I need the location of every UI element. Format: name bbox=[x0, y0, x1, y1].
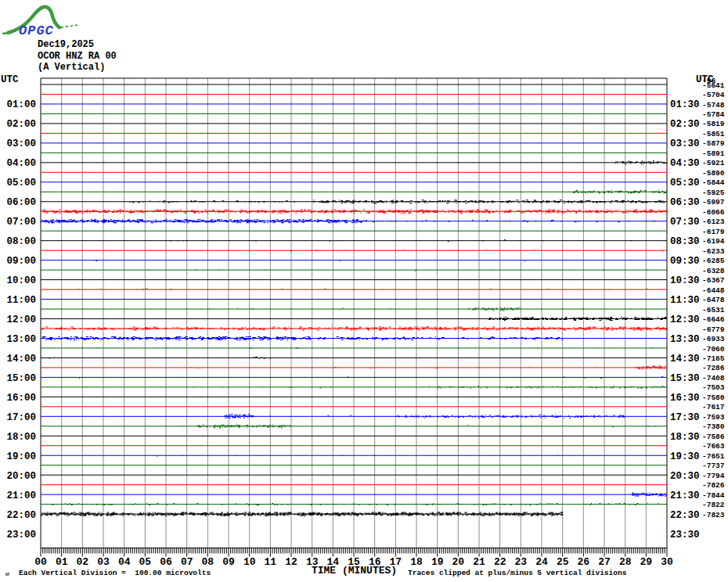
time-label-right: 08:30 bbox=[670, 236, 700, 247]
time-label-right: 12:30 bbox=[670, 314, 700, 325]
minute-label: 07 bbox=[181, 556, 193, 568]
offset-value-overlap: -96 bbox=[702, 77, 715, 85]
offset-value: -6194 bbox=[702, 237, 725, 246]
time-label-right: 23:30 bbox=[670, 530, 700, 541]
minute-label: 22 bbox=[494, 556, 506, 568]
minute-label: 21 bbox=[473, 556, 485, 568]
offset-value: -7060 bbox=[702, 345, 725, 354]
offset-value: -5890 bbox=[702, 169, 725, 178]
offset-value: -7663 bbox=[702, 442, 725, 451]
offset-value: -7580 bbox=[702, 393, 725, 402]
grid-lines bbox=[62, 78, 647, 548]
time-label-left: 18:00 bbox=[6, 432, 36, 443]
right-time-labels: 01:3002:3003:3004:3005:3006:3007:3008:30… bbox=[670, 99, 700, 540]
minute-label: 18 bbox=[410, 556, 423, 568]
time-label-left: 15:00 bbox=[6, 373, 36, 384]
time-label-left: 05:00 bbox=[6, 178, 36, 189]
offset-value: -7737 bbox=[702, 462, 725, 470]
time-label-left: 10:00 bbox=[6, 275, 36, 286]
time-label-left: 03:00 bbox=[6, 138, 36, 149]
time-label-left: 09:00 bbox=[6, 256, 36, 267]
helicorder-page: { "logo": { "text": "OPGC", "green": "#3… bbox=[0, 0, 728, 582]
minute-label: 06 bbox=[160, 556, 172, 568]
time-label-right: 14:30 bbox=[670, 354, 700, 365]
time-label-left: 12:00 bbox=[6, 314, 36, 325]
offset-value: -5819 bbox=[702, 120, 725, 128]
time-label-right: 03:30 bbox=[670, 138, 700, 149]
offset-value: -5925 bbox=[702, 189, 725, 197]
minute-label: 04 bbox=[118, 556, 131, 568]
offset-value: -6123 bbox=[702, 217, 725, 226]
minute-label: 29 bbox=[640, 556, 652, 568]
time-label-left: 22:00 bbox=[6, 510, 36, 521]
offset-value: -7408 bbox=[702, 374, 725, 383]
time-label-left: 19:00 bbox=[6, 451, 36, 462]
time-label-left: 23:00 bbox=[6, 530, 36, 541]
minute-label: 02 bbox=[76, 556, 88, 568]
minute-label: 25 bbox=[557, 556, 569, 568]
offset-value: -5748 bbox=[702, 101, 725, 110]
offset-value: -5997 bbox=[702, 198, 725, 207]
time-label-left: 16:00 bbox=[6, 393, 36, 404]
offset-value: -6233 bbox=[702, 247, 725, 256]
offset-value: -5784 bbox=[702, 110, 725, 119]
minute-label: 28 bbox=[619, 556, 632, 568]
offset-value: -6285 bbox=[702, 257, 725, 265]
footer-right-note: Traces clipped at plus/minus 5 vertical … bbox=[408, 569, 626, 577]
time-label-left: 20:00 bbox=[6, 471, 36, 482]
time-label-right: 13:30 bbox=[670, 334, 700, 345]
minute-label: 11 bbox=[264, 556, 276, 568]
offset-value: -6066 bbox=[702, 208, 725, 217]
minute-label: 27 bbox=[598, 556, 611, 568]
time-label-right: 21:30 bbox=[670, 490, 700, 501]
time-label-right: 11:30 bbox=[670, 295, 700, 306]
offset-value: -5921 bbox=[702, 159, 725, 167]
trace-row bbox=[41, 512, 564, 516]
offset-value: -7617 bbox=[702, 403, 725, 411]
minute-label: 09 bbox=[222, 556, 235, 568]
offset-value: -7165 bbox=[702, 354, 725, 363]
time-label-left: 13:00 bbox=[6, 334, 36, 345]
offset-value: -5891 bbox=[702, 149, 725, 158]
offset-value: -6646 bbox=[702, 315, 725, 324]
time-label-right: 07:30 bbox=[670, 217, 700, 228]
offset-value: -6448 bbox=[702, 286, 725, 295]
time-label-left: 21:00 bbox=[6, 490, 36, 501]
time-label-left: 06:00 bbox=[6, 197, 36, 208]
time-label-right: 06:30 bbox=[670, 197, 700, 208]
time-label-right: 05:30 bbox=[670, 178, 700, 189]
offset-value: -7586 bbox=[702, 433, 725, 441]
time-label-left: 11:00 bbox=[6, 295, 36, 306]
time-label-right: 16:30 bbox=[670, 393, 700, 404]
offset-value: -5851 bbox=[702, 130, 725, 138]
minute-label: 26 bbox=[577, 556, 589, 568]
trace-row bbox=[41, 279, 667, 280]
footer-left-note: Each Vertical Division = 100.00 microvol… bbox=[19, 569, 211, 577]
time-label-left: 07:00 bbox=[6, 217, 36, 228]
offset-value-labels: -5641-5704-5748-5784-5819-5851-5879-5891… bbox=[702, 77, 725, 519]
axis-ticks bbox=[41, 548, 667, 557]
offset-value: -7844 bbox=[702, 491, 725, 500]
time-label-left: 04:00 bbox=[6, 158, 36, 169]
offset-value: -5704 bbox=[702, 91, 725, 99]
time-label-right: 09:30 bbox=[670, 256, 700, 267]
trace-row bbox=[40, 219, 667, 223]
time-label-right: 15:30 bbox=[670, 373, 700, 384]
time-label-right: 10:30 bbox=[670, 275, 700, 286]
offset-value: -6478 bbox=[702, 296, 725, 304]
minute-label: 01 bbox=[56, 556, 68, 568]
time-label-left: 02:00 bbox=[6, 119, 36, 130]
time-label-right: 01:30 bbox=[670, 99, 700, 110]
minute-label: 12 bbox=[285, 556, 297, 568]
offset-value: -6367 bbox=[702, 276, 725, 285]
minute-label: 20 bbox=[452, 556, 464, 568]
time-label-right: 02:30 bbox=[670, 119, 700, 130]
time-label-right: 20:30 bbox=[670, 471, 700, 482]
offset-value: -7822 bbox=[702, 501, 725, 509]
minute-label: 30 bbox=[661, 556, 673, 568]
left-time-labels: 01:0002:0003:0004:0005:0006:0007:0008:00… bbox=[6, 99, 36, 540]
offset-value: -5844 bbox=[702, 178, 725, 187]
time-label-right: 04:30 bbox=[670, 158, 700, 169]
offset-value: -6531 bbox=[702, 306, 725, 314]
minute-label: 03 bbox=[97, 556, 110, 568]
